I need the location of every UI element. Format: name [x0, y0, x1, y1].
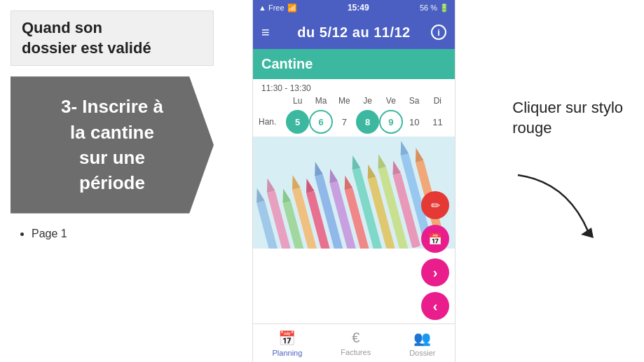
phone-mockup: ▲ Free 📶 15:49 56 % 🔋 ≡ du 5/12 au 11/12…: [252, 0, 455, 362]
step-box: 3- Inscrire àla cantinesur unepériode: [11, 76, 214, 214]
calendar-fab-button[interactable]: 📅: [421, 225, 449, 253]
bullet-item: Page 1: [32, 228, 214, 240]
day-sa: Sa: [402, 96, 425, 106]
nav-header: ≡ du 5/12 au 11/12 i: [253, 15, 455, 49]
header-box: Quand son dossier est validé: [11, 11, 214, 66]
fab-container: ✏ 📅 › ‹: [421, 191, 449, 320]
factures-icon: €: [352, 330, 359, 346]
han-label: Han.: [259, 117, 286, 127]
nav-dossier[interactable]: 👥 Dossier: [409, 330, 435, 357]
status-bar: ▲ Free 📶 15:49 56 % 🔋: [253, 0, 455, 15]
nav-factures[interactable]: € Factures: [341, 330, 371, 356]
nav-planning[interactable]: 📅 Planning: [273, 330, 303, 357]
edit-fab-button[interactable]: ✏: [421, 191, 449, 219]
time-label: 11:30 - 13:30: [253, 79, 455, 95]
wifi-icon: 📶: [287, 4, 297, 13]
dossier-icon: 👥: [413, 330, 431, 347]
annotation: Cliquer sur stylo rouge: [512, 98, 623, 138]
day-ve: Ve: [379, 96, 402, 106]
bullet-list: Page 1: [11, 228, 214, 240]
date-6[interactable]: 6: [309, 110, 332, 134]
status-left: ▲ Free 📶: [259, 4, 297, 13]
cantine-header: Cantine: [253, 49, 455, 79]
status-time: 15:49: [348, 3, 369, 13]
dates-row: Han. 5 6 7 8 9 10 11: [253, 107, 455, 137]
day-me: Me: [333, 96, 356, 106]
header-line2: dossier est validé: [22, 39, 151, 57]
date-5[interactable]: 5: [286, 110, 309, 134]
days-header-row: Lu Ma Me Je Ve Sa Di: [253, 95, 455, 107]
date-9[interactable]: 9: [379, 110, 402, 134]
planning-label: Planning: [273, 349, 303, 357]
day-je: Je: [356, 96, 379, 106]
header-line1: Quand son: [22, 19, 102, 36]
day-di: Di: [426, 96, 449, 106]
date-11[interactable]: 11: [426, 110, 449, 134]
battery-icon: 🔋: [439, 4, 449, 13]
left-panel: Quand son dossier est validé 3- Inscrire…: [0, 0, 224, 362]
next-fab-button[interactable]: ›: [421, 258, 449, 286]
menu-icon[interactable]: ≡: [261, 25, 270, 41]
prev-fab-button[interactable]: ‹: [421, 292, 449, 320]
signal-text: ▲ Free: [259, 4, 285, 12]
factures-label: Factures: [341, 348, 371, 356]
step-text: 3- Inscrire àla cantinesur unepériode: [61, 94, 163, 196]
day-ma: Ma: [309, 96, 332, 106]
date-10[interactable]: 10: [403, 110, 426, 134]
date-7[interactable]: 7: [333, 110, 356, 134]
info-icon[interactable]: i: [431, 25, 446, 40]
dossier-label: Dossier: [409, 349, 435, 357]
planning-icon: 📅: [278, 330, 296, 347]
date-8[interactable]: 8: [356, 110, 379, 134]
day-lu: Lu: [286, 96, 309, 106]
battery-text: 56 %: [420, 4, 437, 12]
nav-title: du 5/12 au 11/12: [297, 25, 410, 41]
annotation-line1: Cliquer sur stylo: [512, 99, 623, 116]
status-right: 56 % 🔋: [420, 4, 449, 13]
bottom-nav: 📅 Planning € Factures 👥 Dossier: [253, 323, 455, 362]
annotation-line2: rouge: [512, 119, 551, 137]
arrow-icon: [511, 168, 602, 245]
